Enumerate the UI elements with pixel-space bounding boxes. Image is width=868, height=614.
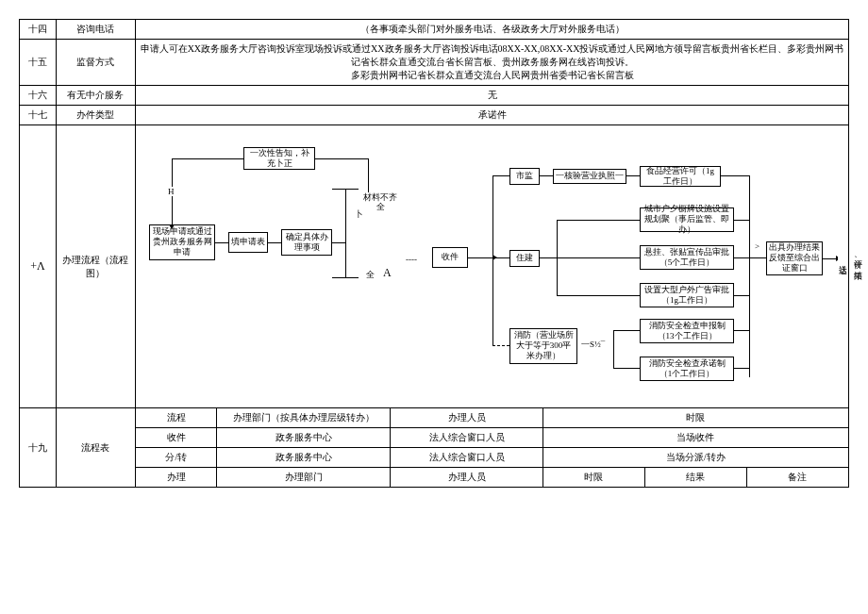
conn-merge-result [749,257,766,258]
box-firecheck1: 消防安全检查申报制（13个工作日） [640,319,734,343]
main-table: 十四 咨询电话 （各事项牵头部门对外服务电话、各级政务大厅对外服务电话） 十五 … [19,19,849,488]
box-apply: 现场申请或通过贵州政务服务网申请 [149,224,215,260]
row15-num: 十五 [20,40,57,86]
row-14: 十四 咨询电话 （各事项牵头部门对外服务电话、各级政务大厅对外服务电话） [20,20,849,40]
row-18: +Λ 办理流程（流程图） 现场申请或通过贵州政务服务网申请 填申请表 确定具体办… [20,125,849,408]
conn-result-send [823,258,836,259]
line-once-rv [368,158,369,196]
r2c4: 当场分派/转办 [542,448,848,468]
h-time: 时限 [542,408,848,428]
box-confirm: 确定具体办理事项 [281,229,332,256]
conn-receive-split [468,257,492,258]
txt-H: H [168,187,175,197]
row18-label: 办理流程（流程图） [56,125,135,408]
txt-complete: 全 [366,270,375,280]
row16-label: 有无中介服务 [56,86,135,106]
row19-num: 十九 [20,408,57,488]
h-dept: 办理部门（按具体办理层级转办） [217,408,391,428]
txt-incomplete: 材料不齐全 [362,192,398,213]
row17-label: 办件类型 [56,106,135,125]
line-decision-v [345,189,346,277]
row14-num: 十四 [20,20,57,40]
r3c6: 备注 [746,468,848,488]
row17-num: 十七 [20,106,57,125]
h-flow: 流程 [136,408,217,428]
m6 [734,368,749,369]
m1 [721,175,749,176]
box-receive: 收件 [432,247,468,268]
r1c4: 当场收件 [542,428,848,448]
flowchart-cell: 现场申请或通过贵州政务服务网申请 填申请表 确定具体办理事项 一次性告知，补充卜… [136,125,849,408]
box-result: 出具办理结果反馈至综合出证窗口 [766,241,823,275]
flowchart: 现场申请或通过贵州政务服务网申请 填申请表 确定具体办理事项 一次性告知，补充卜… [140,130,844,404]
line-once-left [172,158,243,159]
r2c2: 政务服务中心 [217,448,391,468]
r1c2: 政务服务中心 [217,428,391,448]
row-15: 十五 监督方式 申请人可在XX政务服务大厅咨询投诉室现场投诉或通过XX政务服务大… [20,40,849,86]
box-poster: 悬挂、张贴宣传品审批（5个工作日） [640,245,734,270]
conn-zj2 [557,257,640,258]
box-firecheck2: 消防安全检查承诺制（1个工作日） [640,357,734,381]
conn-zj-mid [540,257,557,258]
conn-zj [492,257,509,258]
r2c1: 分/转 [136,448,217,468]
line-dec-mid [332,242,345,243]
line-once-right [315,158,368,159]
box-food: 食品经营许可（1g工作日） [640,166,721,187]
line-dec-top [332,189,359,190]
r3c1: 办理 [136,468,217,488]
r3c5: 结果 [644,468,746,488]
conn-fire [492,345,509,346]
row17-value: 承诺件 [136,106,849,125]
box-license: 一核验营业执照一 [553,169,626,184]
r3c2: 办理部门 [217,468,391,488]
row19-label: 流程表 [56,408,135,488]
box-once-notice: 一次性告知，补充卜正 [243,147,315,170]
box-signboard: 城市户夕橱牌设施设置规划聚（事后监管、即办） [640,207,734,232]
txt-send: 送达 [838,245,848,274]
conn-form-confirm [268,242,281,243]
line-merge-v [749,175,750,377]
conn-sj-lic [540,175,553,176]
r3c4: 时限 [542,468,644,488]
txt-dots: ---- [406,255,417,265]
box-outdoor: 设置大型户外广告审批（1g工作日） [640,283,734,307]
conn-fire2 [613,368,640,369]
txt-s: 一S½¯ [581,340,605,350]
row19-r1: 收件 政务服务中心 法人综合窗口人员 当场收件 [20,428,849,448]
m5 [734,330,749,331]
r3c3: 办理人员 [391,468,543,488]
txt-gt: > [755,241,760,252]
conn-zj3 [557,295,640,296]
conn-zj1 [557,220,640,221]
row14-value: （各事项牵头部门对外服务电话、各级政务大厅对外服务电话） [136,20,849,40]
row-16: 十六 有无中介服务 无 [20,86,849,106]
m2 [734,220,749,221]
r1c1: 收件 [136,428,217,448]
txt-eval: 评价、结果 [853,238,863,281]
txt-A: A [383,266,392,279]
box-zhujian: 住建 [509,250,540,267]
m3 [734,257,749,258]
row18-num: +Λ [20,125,57,408]
row15-label: 监督方式 [56,40,135,86]
row15-value: 申请人可在XX政务服务大厅咨询投诉室现场投诉或通过XX政务服务大厅咨询投诉电话0… [136,40,849,86]
box-shijian: 市监 [509,168,540,185]
row-19: 十九 流程表 流程 办理部门（按具体办理层级转办） 办理人员 时限 [20,408,849,428]
conn-sj [492,175,509,176]
row16-value: 无 [136,86,849,106]
conn-fire1 [613,330,640,331]
conn-lic-food [626,175,640,176]
h-staff: 办理人员 [391,408,543,428]
row-17: 十七 办件类型 承诺件 [20,106,849,125]
box-form: 填申请表 [228,232,268,253]
conn-apply-form [215,242,228,243]
row16-num: 十六 [20,86,57,106]
row14-label: 咨询电话 [56,20,135,40]
row19-r3: 办理 办理部门 办理人员 时限 结果 备注 [20,468,849,488]
box-fire: 消防（营业场所大于等于300平米办理） [509,328,577,364]
txt-tick: 卜 [355,209,363,220]
line-split-v [492,175,493,345]
line-dec-bot [332,277,359,278]
line-fire-v [613,330,614,368]
